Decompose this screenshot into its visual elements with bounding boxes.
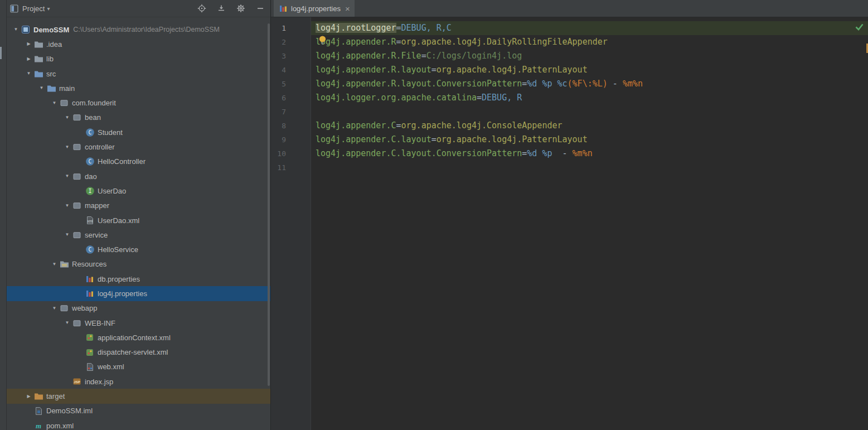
- line-number[interactable]: 10: [271, 147, 311, 161]
- class-icon: C: [85, 128, 95, 137]
- dropdown-caret-icon[interactable]: ▾: [47, 6, 50, 12]
- tree-item-resources[interactable]: ▼Resources: [7, 257, 270, 272]
- tree-item-controller[interactable]: ▼controller: [7, 139, 270, 154]
- tree-item-applicationcontext-xml[interactable]: applicationContext.xml: [7, 330, 270, 345]
- svg-text:I: I: [88, 188, 91, 194]
- tree-item-hellocontroller[interactable]: CHelloController: [7, 154, 270, 169]
- tree-item-main[interactable]: ▼main: [7, 81, 270, 95]
- line-number[interactable]: 8: [271, 119, 311, 133]
- code-token: C:/logs/login4j.log: [426, 51, 522, 61]
- tree-expanded-icon[interactable]: ▼: [50, 262, 59, 267]
- code-line-1[interactable]: log4j.rootLogger=DEBUG, R,C: [311, 21, 868, 35]
- tree-item-label: service: [85, 231, 108, 239]
- svg-text:C: C: [88, 247, 91, 253]
- ide-window: Project ▾ ▼DemoSSMC:\Users\Administrator…: [0, 0, 868, 430]
- code-line-2[interactable]: log4j.appender.R=org.apache.log4j.DailyR…: [311, 35, 868, 49]
- line-number[interactable]: 2: [271, 35, 311, 49]
- tree-expanded-icon[interactable]: ▼: [11, 27, 21, 32]
- project-tree: ▼DemoSSMC:\Users\Administrator\IdeaProje…: [7, 17, 270, 430]
- tree-expanded-icon[interactable]: ▼: [62, 204, 72, 208]
- line-number[interactable]: 7: [271, 105, 311, 119]
- line-number[interactable]: 5: [271, 77, 311, 91]
- tree-collapsed-icon[interactable]: ▶: [24, 57, 33, 61]
- tree-scrollbar[interactable]: [268, 23, 270, 386]
- tree-item-label: target: [46, 392, 65, 400]
- tree-item-label: HelloController: [98, 157, 146, 166]
- tree-item-helloservice[interactable]: CHelloService: [7, 242, 270, 257]
- code-token: -: [552, 148, 572, 158]
- line-number[interactable]: 6: [271, 91, 311, 105]
- tree-expanded-icon[interactable]: ▼: [24, 71, 33, 76]
- tree-expanded-icon[interactable]: ▼: [50, 306, 59, 311]
- line-number[interactable]: 4: [271, 63, 311, 77]
- tree-item-student[interactable]: CStudent: [7, 125, 270, 139]
- tree-item-target[interactable]: ▶target: [7, 389, 270, 403]
- tree-item-userdao[interactable]: IUserDao: [7, 183, 270, 198]
- inspections-ok-icon: [855, 23, 864, 33]
- code-token: DEBUG, R: [482, 93, 522, 103]
- line-number[interactable]: 11: [271, 161, 311, 175]
- tree-item-idea[interactable]: ▶.idea: [7, 37, 270, 51]
- spring-icon: [85, 347, 95, 357]
- tree-item-src[interactable]: ▼src: [7, 66, 270, 81]
- tree-item-bean[interactable]: ▼bean: [7, 110, 270, 125]
- code-line-4[interactable]: log4j.appender.R.layout=org.apache.log4j…: [311, 63, 868, 77]
- tree-collapsed-icon[interactable]: ▶: [24, 394, 33, 399]
- code-token: =: [477, 93, 482, 103]
- tree-item-userdao-xml[interactable]: xmlUserDao.xml: [7, 213, 270, 228]
- tree-expanded-icon[interactable]: ▼: [62, 233, 72, 237]
- panel-title[interactable]: Project: [22, 4, 45, 13]
- tree-item-web-inf[interactable]: ▼WEB-INF: [7, 316, 270, 330]
- tree-item-log4j-properties[interactable]: log4j.properties: [7, 286, 270, 301]
- code-line-6[interactable]: log4j.logger.org.apache.catalina=DEBUG, …: [311, 91, 868, 105]
- intention-bulb-icon[interactable]: [318, 35, 327, 47]
- code-token: %d %p %c: [527, 79, 567, 89]
- code-line-5[interactable]: log4j.appender.R.layout.ConversionPatter…: [311, 77, 868, 91]
- tree-item-label: Student: [98, 128, 123, 137]
- tab-close-icon[interactable]: ×: [345, 4, 350, 13]
- code-lines[interactable]: log4j.rootLogger=DEBUG, R,Clog4j.appende…: [311, 17, 868, 430]
- interface-icon: I: [85, 186, 95, 196]
- spring-icon: [85, 333, 95, 342]
- line-number[interactable]: 9: [271, 133, 311, 147]
- tree-item-index-jsp[interactable]: JSPindex.jsp: [7, 374, 270, 389]
- tree-item-pom-xml[interactable]: mpom.xml: [7, 418, 270, 430]
- code-line-3[interactable]: log4j.appender.R.File=C:/logs/login4j.lo…: [311, 49, 868, 63]
- code-line-7[interactable]: [311, 105, 868, 119]
- line-number[interactable]: 3: [271, 49, 311, 63]
- code-line-9[interactable]: log4j.appender.C.layout=org.apache.log4j…: [311, 133, 868, 147]
- code-line-10[interactable]: log4j.appender.C.layout.ConversionPatter…: [311, 147, 868, 161]
- tree-item-mapper[interactable]: ▼mapper: [7, 199, 270, 213]
- package-icon: [59, 98, 69, 108]
- tree-expanded-icon[interactable]: ▼: [62, 115, 72, 120]
- toolwindow-stripe[interactable]: [0, 0, 7, 430]
- package-icon: [72, 201, 82, 210]
- tree-item-dispatcher-servlet-xml[interactable]: dispatcher-servlet.xml: [7, 345, 270, 360]
- tree-expanded-icon[interactable]: ▼: [37, 86, 46, 90]
- locate-icon[interactable]: [196, 3, 207, 14]
- tree-item-com-founderit[interactable]: ▼com.founderit: [7, 95, 270, 110]
- tab-log4j-properties[interactable]: log4j.properties ×: [274, 0, 355, 17]
- tree-expanded-icon[interactable]: ▼: [62, 145, 72, 149]
- properties-icon: [85, 274, 95, 284]
- tree-item-demossm-iml[interactable]: DemoSSM.iml: [7, 404, 270, 418]
- tree-expanded-icon[interactable]: ▼: [62, 321, 72, 325]
- line-number[interactable]: 1: [271, 21, 311, 35]
- settings-icon[interactable]: [235, 3, 246, 14]
- tree-item-demossm[interactable]: ▼DemoSSMC:\Users\Administrator\IdeaProje…: [7, 22, 270, 37]
- collapse-all-icon[interactable]: [215, 3, 227, 14]
- tree-item-webapp[interactable]: ▼webapp: [7, 301, 270, 316]
- tree-expanded-icon[interactable]: ▼: [50, 101, 59, 105]
- tree-item-web-xml[interactable]: web.xml: [7, 360, 270, 374]
- code-line-11[interactable]: [311, 161, 868, 175]
- tree-item-db-properties[interactable]: db.properties: [7, 272, 270, 286]
- code-line-8[interactable]: log4j.appender.C=org.apache.log4j.Consol…: [311, 119, 868, 133]
- svg-text:xml: xml: [87, 219, 93, 223]
- tree-item-dao[interactable]: ▼dao: [7, 169, 270, 183]
- tree-collapsed-icon[interactable]: ▶: [24, 42, 33, 46]
- tree-item-label: db.properties: [98, 275, 140, 283]
- hide-panel-icon[interactable]: [254, 3, 266, 14]
- tree-item-service[interactable]: ▼service: [7, 228, 270, 242]
- tree-expanded-icon[interactable]: ▼: [62, 174, 72, 178]
- tree-item-lib[interactable]: ▶lib: [7, 52, 270, 66]
